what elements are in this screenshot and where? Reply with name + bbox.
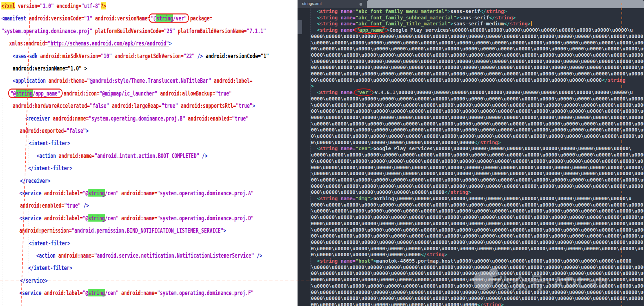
modified-dot-icon	[359, 3, 362, 6]
strings-code-line: 00\u0000\u0000\u0000\u0000\u0000\u0000\u…	[311, 127, 644, 133]
manifest-code-line: android:versionName="1.0" >	[13, 65, 87, 72]
manifest-code-line: <intent-filter>	[29, 139, 70, 147]
strings-code-line: <string name="abc_font_family_subhead_ma…	[317, 15, 516, 20]
strings-code-line: <string name="app_name">Google Play serv…	[317, 27, 633, 33]
manifest-editor[interactable]: <?xml version="1.0" encoding="utf-8"?><m…	[0, 0, 298, 306]
strings-code-line: 00\u0000\u0000\u0000\u0000\u0000\u0000\u…	[311, 233, 644, 239]
strings-code-line: 00\u0000\u0000\u0000\u0000\u0000\u0000\u…	[311, 65, 644, 70]
strings-code-line: \u0000\u0000\u0000\u0000\u0000\u0000\u00…	[311, 171, 644, 176]
strings-code-line: 0000\u0000\u0000\u0000\u0000\u0000\u0000…	[311, 52, 643, 58]
manifest-code-line: android:exported="false">	[20, 127, 89, 134]
strings-code-line: \u0000\u0000\u0000\u0000\u0000\u0000\u00…	[311, 40, 644, 45]
scrollbar-thumb[interactable]	[298, 20, 302, 34]
red-box-annotation: "@string/ver"	[149, 14, 189, 23]
strings-code-line: 0000\u0000\u0000\u0000\u0000\u0000\u0000…	[311, 295, 643, 301]
strings-code-line: 0000\u0000\u0000\u0000\u0000\u0000\u0000…	[311, 183, 643, 189]
strings-code-line: 0\u0000\u0000\u0000\u0000\u0000\u0000\u0…	[311, 133, 643, 139]
strings-code-line: 000\u0000\u0000\u0000\u0000\u0000\u0000\…	[311, 189, 471, 195]
strings-code-line: 0000\u0000\u0000\u0000\u0000\u0000\u0000…	[311, 115, 643, 120]
manifest-code-line: </intent-filter>	[28, 264, 72, 271]
manifest-code-line: <action android:name="android.intent.act…	[37, 152, 207, 159]
strings-code-line: \u0000\u0000\u0000\u0000\u0000\u0000\u00…	[311, 227, 644, 233]
strings-code-line: 00\u0000\u0000\u0000\u0000\u0000\u0000\u…	[311, 46, 644, 51]
manifest-code-line: <service android:label="@string/cen" and…	[19, 214, 254, 222]
manifest-code-line: xmlns:android="http://schemas.android.co…	[9, 39, 172, 47]
tab-strip-empty[interactable]	[367, 0, 644, 8]
manifest-code-line: <application android:theme="@android:sty…	[13, 77, 252, 84]
manifest-code-line: <intent-filter>	[29, 239, 70, 247]
strings-code-line: 0000\u0000\u0000\u0000\u0000\u0000\u0000…	[311, 239, 643, 245]
editor-gutter	[298, 8, 310, 306]
strings-code-line: <string name="abc_font_family_title_mate…	[317, 21, 532, 26]
strings-code-line: \u0000\u0000\u0000\u0000\u0000\u0000\u00…	[311, 264, 644, 270]
manifest-code-line: <uses-sdk android:minSdkVersion="10" and…	[13, 52, 269, 60]
strings-code-line: 0000\u0000\u0000\u0000\u0000\u0000\u0000…	[311, 277, 643, 282]
manifest-code-line: "@string/app_name" android:icon="@mipmap…	[10, 90, 232, 97]
strings-code-line: 0000\u0000\u0000\u0000\u0000\u0000\u0000…	[311, 202, 643, 208]
strings-code-line: 0\u0000\u0000\u0000\u0000\u0000\u0000\u0…	[311, 246, 643, 251]
red-ellipse-annotation: "ver"	[354, 88, 374, 96]
strings-code-line: 0\u0000\u0000\u0000\u0000\u0000\u0000\u0…	[311, 158, 643, 164]
strings-code-line: <string name="dmg">nothing\u0000\u0000\u…	[317, 196, 632, 201]
strings-code-line: 0\u0000\u0000\u0000\u0000\u0000\u0000\u0…	[311, 140, 501, 145]
red-box-annotation: "@string/app_name"	[8, 88, 63, 98]
manifest-code-line: android:permission="android.permission.B…	[19, 227, 226, 234]
strings-code-line: 0000\u0000\u0000\u0000\u0000\u0000\u0000…	[311, 71, 643, 76]
strings-code-line: <string name="cen">Google Play services\…	[317, 146, 632, 151]
strings-code-line: u0000\u0000\u0000\u0000\u0000\u0000\u000…	[311, 152, 644, 158]
manifest-code-line: <receiver android:name="system.operating…	[25, 115, 249, 122]
strings-code-line: 00\u0000\u0000\u0000\u0000\u0000\u0000\u…	[311, 108, 644, 114]
manifest-code-line: </service>	[20, 277, 48, 284]
strings-code-line: <string name="ver">v.4.6.1\u0000\u0000\u…	[317, 90, 633, 95]
strings-code-line: >	[311, 83, 314, 89]
manifest-code-line: "system.operating.dominance.proj" platfo…	[1, 27, 266, 35]
strings-code-line: \u0000\u0000\u0000\u0000\u0000\u0000\u00…	[311, 59, 644, 64]
manifest-code-line: android:enabled="true" />	[20, 202, 89, 209]
strings-code-line: <string name="abc_font_family_menu_mater…	[317, 8, 507, 14]
strings-editor[interactable]: strings.xml <string name="abc_font_famil…	[298, 0, 644, 306]
strings-code-line: <string name="host">manolok-48695.portma…	[317, 258, 631, 264]
strings-code-line: \u0000\u0000\u0000\u0000\u0000\u0000\u00…	[311, 208, 644, 214]
text-cursor	[531, 21, 532, 26]
strings-code-line: 000\u0000\u0000\u0000\u0000\u0000\u0000\…	[311, 165, 644, 170]
manifest-code-line: <action android:name="android.service.no…	[36, 252, 262, 259]
strings-code-line: 00\u0000\u0000\u0000\u0000\u0000\u0000\u…	[311, 77, 625, 83]
strings-code-line: \u0000\u0000\u0000\u0000\u0000\u0000\u00…	[311, 121, 644, 127]
strings-code-line: 00\u0000\u0000\u0000\u0000\u0000\u0000\u…	[311, 177, 644, 183]
strings-code-line: 0000\u0000\u0000\u0000\u0000\u0000\u0000…	[311, 96, 643, 102]
strings-code-line: \u0000\u0000\u0000\u0000\u0000\u0000\u00…	[311, 283, 644, 289]
red-ellipse-annotation: "app_name"	[354, 26, 388, 34]
strings-code-line: 00\u0000\u0000\u0000\u0000\u0000\u0000\u…	[311, 270, 644, 276]
strings-code-line: 00\u0000\u0000\u0000\u0000\u0000\u0000\u…	[311, 302, 504, 306]
indent-guide	[310, 8, 311, 306]
strings-code-line: 00\u0000\u0000\u0000\u0000\u0000\u0000\u…	[311, 214, 644, 220]
strings-code-line: 0\u0000\u0000\u0000\u0000\u0000\u0000</s…	[311, 252, 448, 257]
manifest-code-line: android:hardwareAccelerated="false" andr…	[13, 102, 255, 109]
strings-code-line: 0000\u0000\u0000\u0000\u0000\u0000\u0000…	[311, 221, 643, 226]
strings-code-line: 00\u0000\u0000\u0000\u0000\u0000\u0000\u…	[311, 289, 644, 295]
manifest-code-line: <service android:label="@string/cen" and…	[19, 189, 254, 197]
manifest-code-line: </receiver>	[20, 177, 50, 184]
strings-code-line: \u0000\u0000\u0000\u0000\u0000\u0000\u00…	[311, 102, 644, 108]
tab-strings-xml[interactable]: strings.xml	[302, 1, 321, 6]
screen: <?xml version="1.0" encoding="utf-8"?><m…	[0, 0, 644, 306]
manifest-code-line: <manifest android:versionCode="1" androi…	[1, 14, 212, 22]
manifest-code-line: <service android:label="@string/cen" and…	[19, 289, 254, 296]
tab-bar: strings.xml	[298, 0, 644, 8]
manifest-code-line: <?xml version="1.0" encoding="utf-8"?>	[1, 2, 106, 10]
manifest-code-line: </intent-filter>	[28, 164, 72, 172]
strings-code-line: 0000\u0000\u0000\u0000\u0000\u0000\u0000…	[311, 33, 643, 39]
